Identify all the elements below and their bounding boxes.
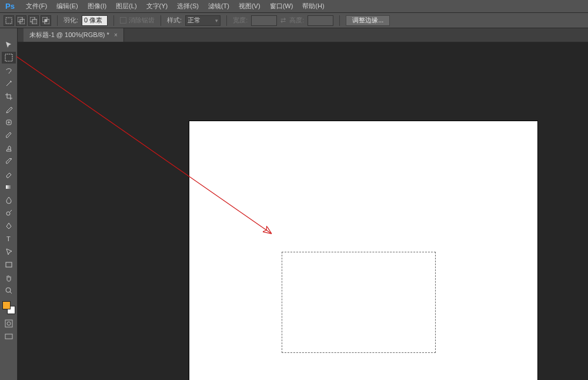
eyedropper-tool[interactable] — [2, 104, 16, 115]
width-input — [251, 15, 277, 26]
ps-logo: Ps — [4, 1, 16, 12]
menu-edit[interactable]: 编辑(E) — [52, 0, 83, 12]
svg-rect-14 — [6, 262, 12, 267]
menubar: Ps 文件(F) 编辑(E) 图像(I) 图层(L) 文字(Y) 选择(S) 滤… — [0, 0, 588, 13]
style-select[interactable]: 正常 ▾ — [185, 15, 220, 26]
pen-tool[interactable] — [2, 220, 16, 232]
separator — [57, 15, 58, 26]
svg-rect-7 — [45, 19, 47, 22]
eraser-tool[interactable] — [2, 168, 16, 180]
checkbox-icon — [120, 17, 126, 24]
mode-add-icon[interactable] — [16, 15, 26, 26]
menu-help[interactable]: 帮助(H) — [298, 0, 329, 12]
blur-tool[interactable] — [2, 194, 16, 206]
swap-icon: ⇄ — [280, 16, 286, 24]
svg-rect-8 — [5, 54, 12, 61]
svg-point-10 — [11, 158, 12, 159]
menu-select[interactable]: 选择(S) — [172, 0, 203, 12]
document-tabs: 未标题-1 @ 100%(RGB/8) * × — [0, 28, 588, 42]
hand-tool[interactable] — [2, 272, 16, 284]
menu-type[interactable]: 文字(Y) — [142, 0, 173, 12]
move-tool[interactable] — [2, 39, 16, 51]
options-bar: 羽化: 消除锯齿 样式: 正常 ▾ 宽度: ⇄ 高度: 调整边缘... — [0, 13, 588, 28]
color-swatches[interactable] — [2, 301, 15, 314]
svg-text:T: T — [6, 235, 11, 242]
path-selection-tool[interactable] — [2, 246, 16, 258]
type-tool[interactable]: T — [2, 233, 16, 245]
style-label: 样式: — [167, 16, 182, 25]
chevron-down-icon: ▾ — [215, 18, 218, 24]
menu-image[interactable]: 图像(I) — [83, 0, 111, 12]
tab-title: 未标题-1 @ 100%(RGB/8) * — [29, 31, 109, 39]
height-label: 高度: — [289, 16, 304, 25]
lasso-tool[interactable] — [2, 65, 16, 76]
selection-mode-group — [4, 15, 51, 26]
feather-label: 羽化: — [64, 16, 78, 25]
marquee-tool[interactable] — [2, 52, 16, 64]
svg-rect-16 — [5, 320, 12, 327]
close-icon[interactable]: × — [114, 32, 118, 38]
screenmode-icon[interactable] — [2, 331, 16, 342]
gradient-tool[interactable] — [2, 181, 16, 193]
svg-point-12 — [6, 212, 10, 215]
svg-rect-11 — [6, 185, 12, 189]
zoom-tool[interactable] — [2, 285, 16, 296]
tool-palette: T — [0, 28, 18, 380]
svg-rect-4 — [32, 19, 37, 24]
menu-filter[interactable]: 滤镜(T) — [203, 0, 234, 12]
history-brush-tool[interactable] — [2, 155, 16, 167]
antialias-check: 消除锯齿 — [120, 16, 155, 25]
mode-subtract-icon[interactable] — [28, 15, 39, 26]
svg-rect-18 — [5, 334, 12, 339]
separator — [226, 15, 227, 26]
style-value: 正常 — [188, 16, 201, 25]
marquee-selection — [282, 252, 436, 353]
separator — [339, 15, 340, 26]
mode-intersect-icon[interactable] — [41, 15, 51, 26]
svg-point-15 — [6, 288, 11, 292]
rectangle-tool[interactable] — [2, 259, 16, 271]
svg-point-17 — [7, 322, 11, 325]
antialias-label: 消除锯齿 — [129, 16, 155, 25]
crop-tool[interactable] — [2, 91, 16, 102]
mode-new-icon[interactable] — [4, 15, 14, 26]
magic-wand-tool[interactable] — [2, 78, 16, 89]
menu-file[interactable]: 文件(F) — [21, 0, 52, 12]
menu-layer[interactable]: 图层(L) — [111, 0, 141, 12]
menu-window[interactable]: 窗口(W) — [265, 0, 298, 12]
canvas-area[interactable] — [18, 42, 588, 380]
healing-brush-tool[interactable] — [2, 116, 16, 128]
svg-rect-0 — [6, 18, 12, 24]
foreground-swatch[interactable] — [2, 301, 11, 309]
menu-view[interactable]: 视图(V) — [234, 0, 265, 12]
separator — [113, 15, 114, 26]
dodge-tool[interactable] — [2, 207, 16, 219]
document-tab[interactable]: 未标题-1 @ 100%(RGB/8) * × — [24, 28, 124, 42]
clone-stamp-tool[interactable] — [2, 142, 16, 154]
height-input — [308, 15, 333, 26]
feather-input[interactable] — [82, 15, 108, 26]
refine-edge-button[interactable]: 调整边缘... — [346, 15, 390, 26]
brush-tool[interactable] — [2, 129, 16, 141]
quickmask-icon[interactable] — [2, 318, 16, 329]
document-canvas[interactable] — [189, 121, 537, 380]
width-label: 宽度: — [233, 16, 248, 25]
separator — [161, 15, 161, 26]
